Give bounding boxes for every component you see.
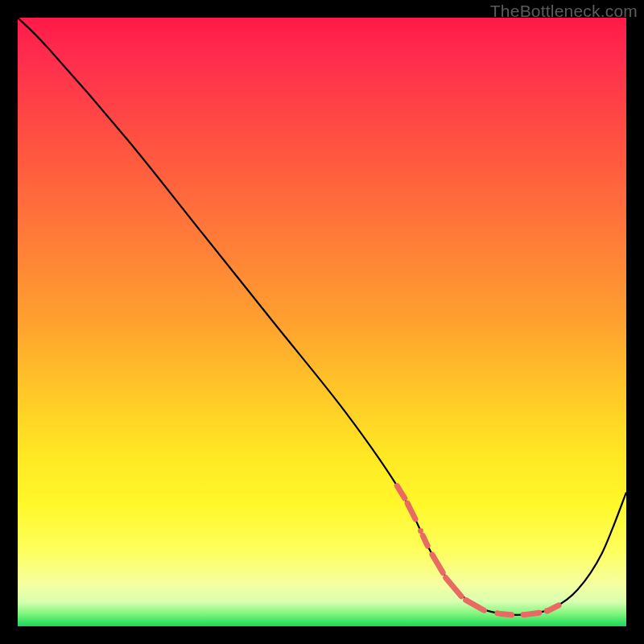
watermark-text: TheBottleneck.com (490, 2, 638, 21)
bottleneck-curve-line (18, 18, 626, 615)
recommended-marker-dash (466, 600, 485, 610)
recommended-markers (397, 486, 559, 617)
recommended-marker-dash (501, 613, 512, 614)
recommended-marker-dash (432, 555, 443, 572)
recommended-marker-dash (423, 535, 427, 546)
recommended-marker-dash (547, 605, 559, 611)
recommended-marker-dash (407, 503, 415, 519)
chart-frame: TheBottleneck.com (0, 0, 644, 644)
recommended-marker-dash (446, 578, 461, 597)
recommended-marker-dash (397, 486, 404, 498)
recommended-marker-dot (418, 528, 423, 534)
recommended-marker-dash (525, 613, 539, 614)
chart-plot-area (18, 18, 626, 626)
chart-svg (18, 18, 626, 626)
